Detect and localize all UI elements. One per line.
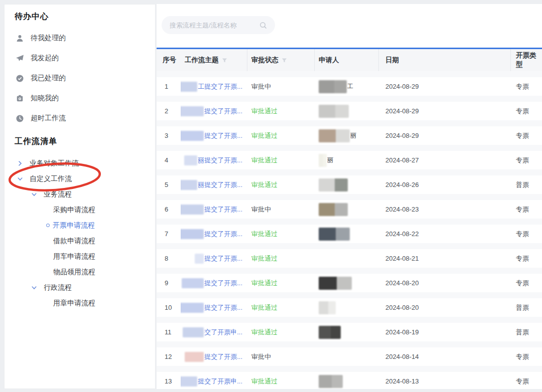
sidebar-item[interactable]: 超时工作流 xyxy=(5,108,155,128)
sidebar-item[interactable]: 知晓我的 xyxy=(5,88,155,108)
row-index: 5 xyxy=(157,175,181,194)
date-text: 2024-08-22 xyxy=(379,225,511,243)
topic-link[interactable]: 提交了开票... xyxy=(204,205,242,214)
clock-icon xyxy=(16,114,24,123)
topic-cell: 提交了开票... xyxy=(181,274,247,292)
notify-icon xyxy=(16,94,24,103)
search-box xyxy=(162,16,275,34)
tree-item[interactable]: 借款申请流程 xyxy=(5,233,155,249)
tree-item-label: 行政流程 xyxy=(44,283,72,292)
workflow-tree: 业务对象工作流 自定义工作流 业务流程 采购申请流程 开票申请流程 借款申请流程… xyxy=(5,155,155,311)
date-text: 2024-08-29 xyxy=(379,126,511,145)
table-row: 11 交了开票申... 审批通过 2024-08-19 普票 xyxy=(157,317,542,341)
date-text: 2024-08-14 xyxy=(379,347,511,366)
row-index: 3 xyxy=(157,126,181,145)
tree-item-label: 用车申请流程 xyxy=(53,252,95,261)
sidebar-item[interactable]: 我发起的 xyxy=(5,48,155,68)
invoice-type-text: 专票 xyxy=(511,151,542,169)
tree-item[interactable]: 用章申请流程 xyxy=(5,295,155,311)
topic-cell: 提交了开票... xyxy=(181,347,247,366)
applicant-blur xyxy=(319,301,336,314)
user-icon xyxy=(16,34,24,43)
sidebar: 待办中心 待我处理的 我发起的 我已处理的 知晓我的 超时工作流 工作流清单 业… xyxy=(4,4,156,389)
applicant-char: 丽 xyxy=(327,156,333,164)
invoice-type-text: 专票 xyxy=(511,372,542,389)
topic-link[interactable]: 提交了开票... xyxy=(204,303,242,312)
date-text: 2024-08-19 xyxy=(379,323,511,341)
topic-link[interactable]: 工提交了开票... xyxy=(198,82,242,91)
row-index: 1 xyxy=(157,77,181,96)
column-header: 申请人 xyxy=(315,49,379,71)
column-header-label: 开票类型 xyxy=(516,51,542,69)
row-index: 9 xyxy=(157,274,181,292)
applicant-blur xyxy=(319,228,350,241)
topic-link[interactable]: 交了开票申... xyxy=(204,328,242,337)
applicant-cell xyxy=(315,102,379,120)
workflow-list-title: 工作流清单 xyxy=(15,136,155,147)
tree-item-label: 开票申请流程 xyxy=(53,221,95,230)
applicant-cell: 工 xyxy=(315,77,379,96)
column-header-label: 审批状态 xyxy=(251,56,279,65)
row-index: 13 xyxy=(157,372,181,389)
applicant-cell xyxy=(315,347,379,366)
applicant-cell: 丽 xyxy=(315,151,379,169)
filter-icon[interactable] xyxy=(282,58,287,63)
column-header-label: 工作流主题 xyxy=(185,56,219,65)
column-header-label: 日期 xyxy=(385,56,399,65)
filter-icon[interactable] xyxy=(222,58,227,63)
applicant-blur xyxy=(319,129,350,142)
topic-link[interactable]: 提交了开票... xyxy=(204,279,242,288)
topic-link[interactable]: 提交了开票... xyxy=(204,131,242,140)
tree-item[interactable]: 业务流程 xyxy=(5,186,155,202)
row-index: 7 xyxy=(157,225,181,243)
tree-item[interactable]: 自定义工作流 xyxy=(5,171,155,186)
applicant-char: 丽 xyxy=(350,131,356,140)
chevron-right-icon[interactable] xyxy=(17,160,23,166)
topic-link[interactable]: 丽提交了开票... xyxy=(198,156,242,165)
applicant-blur xyxy=(319,375,343,388)
topic-link[interactable]: 提交了开票... xyxy=(204,230,242,239)
column-header: 日期 xyxy=(379,49,511,71)
redacted-name-blur xyxy=(184,155,197,165)
invoice-type-text: 普票 xyxy=(511,298,542,317)
table-row: 7 提交了开票... 审批通过 2024-08-22 专票 xyxy=(157,219,542,243)
tree-item-label: 用章申请流程 xyxy=(53,299,95,308)
tree-item[interactable]: 物品领用流程 xyxy=(5,264,155,280)
topic-link[interactable]: 提交了开票... xyxy=(204,254,242,263)
tree-item[interactable]: 开票申请流程 xyxy=(5,218,155,233)
sidebar-item[interactable]: 待我处理的 xyxy=(5,28,155,48)
tree-item[interactable]: 行政流程 xyxy=(5,280,155,295)
sidebar-menu: 待我处理的 我发起的 我已处理的 知晓我的 超时工作流 xyxy=(5,28,155,128)
row-index: 4 xyxy=(157,151,181,169)
applicant-cell xyxy=(315,323,379,341)
sidebar-item[interactable]: 我已处理的 xyxy=(5,68,155,88)
row-index: 11 xyxy=(157,323,181,341)
column-header: 序号 xyxy=(157,49,181,71)
search-input[interactable] xyxy=(170,22,259,29)
tree-item[interactable]: 业务对象工作流 xyxy=(5,155,155,171)
invoice-type-text: 专票 xyxy=(511,249,542,268)
tree-item[interactable]: 采购申请流程 xyxy=(5,202,155,218)
topic-link[interactable]: 提交了开票... xyxy=(204,352,242,361)
chevron-down-icon[interactable] xyxy=(31,285,37,291)
table-row: 5 丽提交了开票... 审批通过 2024-08-26 普票 xyxy=(157,169,542,194)
column-header: 工作流主题 xyxy=(181,49,247,71)
topic-link[interactable]: 提交了开票... xyxy=(204,107,242,116)
invoice-type-text: 专票 xyxy=(511,225,542,243)
date-text: 2024-08-21 xyxy=(379,249,511,268)
topic-cell: 提交了开票... xyxy=(181,126,247,145)
chevron-down-icon[interactable] xyxy=(31,191,37,198)
date-text: 2024-08-29 xyxy=(379,102,511,120)
table-row: 1 工提交了开票... 审批中 工 2024-08-29 专票 xyxy=(157,71,542,96)
tree-item[interactable]: 用车申请流程 xyxy=(5,249,155,264)
sidebar-item-label: 知晓我的 xyxy=(31,94,59,103)
redacted-name-blur xyxy=(195,254,204,264)
applicant-cell xyxy=(315,225,379,243)
sidebar-item-label: 我发起的 xyxy=(31,54,59,63)
chevron-down-icon[interactable] xyxy=(17,176,23,182)
invoice-type-text: 专票 xyxy=(511,126,542,145)
tree-item-label: 业务流程 xyxy=(44,190,72,199)
topic-link[interactable]: 提交了开票申... xyxy=(198,377,242,386)
topic-link[interactable]: 丽提交了开票... xyxy=(198,180,242,189)
tree-item-label: 业务对象工作流 xyxy=(30,159,79,168)
